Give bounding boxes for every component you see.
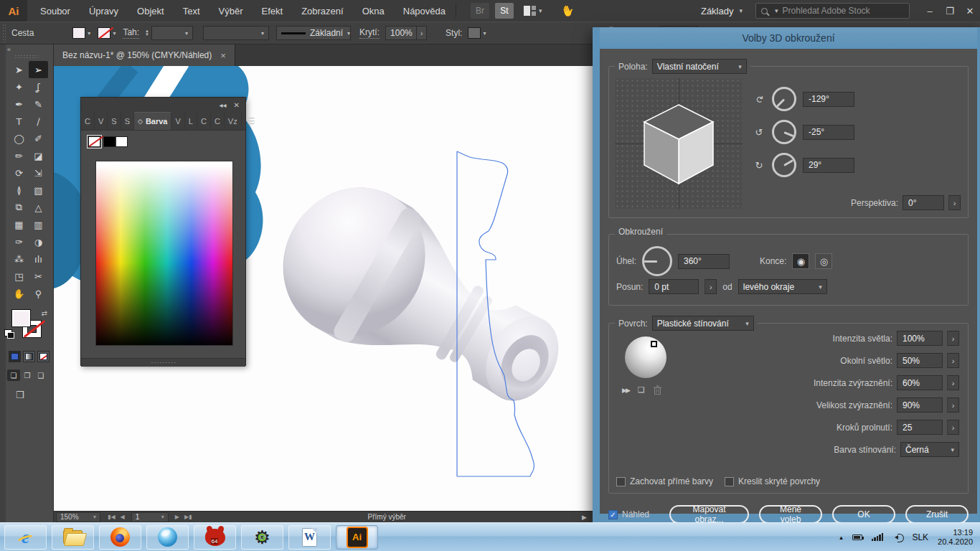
offset-edge-select[interactable]: levého okraje▾ [738, 279, 827, 294]
free-transform-tool[interactable]: ▧ [29, 182, 48, 199]
3d-pawn-object[interactable] [256, 161, 589, 441]
clock[interactable]: 13:19 20.4.2020 [938, 528, 973, 547]
stroke-swatch-none[interactable] [98, 27, 110, 39]
rotate-tool[interactable]: ⟳ [9, 164, 29, 182]
close-panel-icon[interactable]: ✕ [234, 101, 240, 109]
opacity-field[interactable]: 100% [385, 26, 417, 40]
expand-button[interactable]: › [947, 397, 959, 413]
graph-tool[interactable]: ılı [29, 250, 48, 268]
light-intensity-field[interactable]: 100% [897, 331, 943, 346]
chevron-down-icon[interactable]: ▾ [88, 30, 90, 37]
fill-indicator[interactable] [11, 309, 31, 327]
shape-builder-tool[interactable]: ⧉ [9, 199, 29, 216]
map-art-button[interactable]: Mapovat obraz... [669, 505, 749, 524]
taskbar-firefox[interactable] [99, 525, 141, 550]
stroke-weight-label[interactable]: Tah: [123, 27, 139, 39]
ok-button[interactable]: OK [832, 505, 895, 524]
taskbar-irfanview[interactable]: 64 [194, 525, 236, 550]
direct-selection-tool[interactable]: ➢ [29, 61, 48, 78]
light-sphere-preview[interactable] [625, 336, 666, 378]
gradient-tool[interactable]: ▥ [29, 216, 48, 233]
screen-mode-button[interactable]: ❒ [16, 390, 53, 400]
type-tool[interactable]: T [9, 113, 29, 130]
rotate-z-field[interactable]: 29° [803, 158, 854, 173]
perspective-expand-button[interactable]: › [948, 195, 961, 210]
network-signal-icon[interactable] [872, 533, 884, 541]
menu-zobrazeni[interactable]: Zobrazení [301, 6, 344, 17]
menu-okna[interactable]: Okna [362, 6, 385, 17]
expand-button[interactable]: › [947, 420, 959, 435]
taskbar-illustrator[interactable]: Ai [336, 525, 378, 550]
position-select[interactable]: Vlastní natočení▾ [652, 59, 747, 74]
tab-l[interactable]: L [185, 112, 197, 130]
artboard-select[interactable]: 1▾ [131, 512, 169, 522]
line-tool[interactable]: ∕ [29, 113, 48, 130]
cap-hollow-button[interactable]: ◎ [815, 253, 832, 269]
rotate-x-field[interactable]: -129° [803, 92, 854, 107]
preview-checkbox[interactable]: ✓Náhled [608, 509, 649, 519]
tab-barva[interactable]: ◇ Barva [134, 112, 172, 130]
lasso-tool[interactable]: ʆ [29, 78, 48, 95]
workspace-switcher-icon[interactable] [524, 6, 536, 16]
current-tool-indicator[interactable]: Přímý výběr [192, 513, 582, 521]
artboard-tool[interactable]: ◳ [9, 268, 29, 285]
language-indicator[interactable]: SLK [912, 532, 928, 542]
perspective-field[interactable]: 0° [903, 195, 944, 210]
taskbar-gear-app[interactable]: ⚙ G [241, 525, 283, 550]
stroke-weight-stepper[interactable]: ▲▼ [145, 29, 149, 37]
white-swatch[interactable] [116, 136, 128, 147]
gradient-button[interactable] [23, 351, 35, 362]
stock-search[interactable]: ▾ Prohledat Adobe Stock [755, 3, 910, 19]
tab-s[interactable]: S [121, 112, 134, 130]
opacity-expand-button[interactable]: › [417, 26, 427, 40]
chevron-down-icon[interactable]: ▾ [113, 30, 116, 37]
preserve-spot-colors-checkbox[interactable]: Zachovat přímé barvy [616, 476, 713, 486]
color-button[interactable] [9, 351, 21, 362]
draw-inside-button[interactable]: ❑ [34, 369, 47, 381]
shade-color-select[interactable]: Černá▾ [900, 442, 959, 457]
mesh-tool[interactable]: ▦ [9, 216, 29, 233]
volume-icon[interactable] [892, 533, 903, 542]
tab-vz[interactable]: Vz [225, 112, 242, 130]
pencil-tool[interactable]: ✏ [9, 147, 29, 164]
rotate-y-field[interactable]: -25° [803, 125, 854, 140]
surface-select[interactable]: Plastické stínování▾ [652, 316, 754, 331]
tab-c[interactable]: C [211, 112, 225, 130]
highlight-intensity-field[interactable]: 60% [897, 375, 943, 390]
chevron-down-icon[interactable]: ▾ [539, 7, 542, 14]
tab-v[interactable]: V [171, 112, 184, 130]
menu-upravy[interactable]: Úpravy [89, 6, 118, 17]
status-play-icon[interactable]: ▶ [582, 514, 587, 521]
close-button[interactable]: ✕ [960, 0, 980, 22]
expand-button[interactable]: › [947, 331, 959, 346]
color-spectrum[interactable] [95, 161, 233, 346]
stroke-weight-field[interactable]: ▾ [151, 26, 193, 40]
expand-button[interactable]: › [947, 375, 959, 390]
none-button[interactable] [37, 351, 50, 362]
collapse-panel-icon[interactable]: « [7, 46, 11, 53]
menu-objekt[interactable]: Objekt [137, 6, 164, 17]
ambient-light-field[interactable]: 50% [897, 353, 943, 368]
first-artboard-button[interactable]: ▮◀ [108, 514, 116, 520]
taskbar-word[interactable]: W [288, 525, 331, 550]
width-tool[interactable]: ≬ [9, 182, 29, 199]
dialog-title[interactable]: Volby 3D obkroužení [600, 27, 977, 49]
workspace-select[interactable]: Základy ▾ [701, 6, 743, 17]
offset-field[interactable]: 0 pt [649, 279, 699, 294]
menu-efekt[interactable]: Efekt [262, 6, 283, 17]
menu-vyber[interactable]: Výběr [219, 6, 243, 17]
cancel-button[interactable]: Zrušit [905, 505, 969, 524]
rotation-cube[interactable] [632, 99, 725, 188]
swap-fill-stroke-icon[interactable]: ⇄ [42, 309, 47, 317]
chevron-down-icon[interactable]: ▾ [483, 30, 486, 37]
selection-tool[interactable]: ➤ [9, 61, 29, 78]
restore-button[interactable]: ❐ [940, 0, 960, 22]
default-fill-stroke-icon[interactable] [4, 329, 12, 336]
collapse-panel-icon[interactable]: ◂◂ [220, 101, 227, 109]
close-tab-icon[interactable]: × [220, 50, 226, 61]
move-light-back-icon[interactable]: ▶▶ [622, 387, 629, 394]
style-swatch[interactable] [468, 27, 481, 39]
panel-grip[interactable] [2, 24, 7, 42]
hand-tool[interactable]: ✋ [9, 285, 29, 302]
taskbar-internet-explorer[interactable]: e [4, 525, 47, 550]
